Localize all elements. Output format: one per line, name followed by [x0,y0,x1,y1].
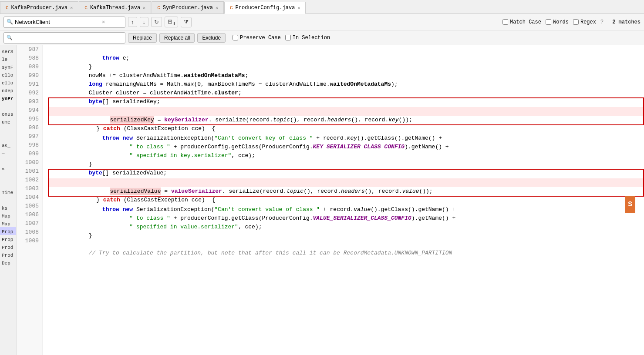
sidebar-item-6[interactable]: ynPr [0,94,16,102]
sidebar-item-4[interactable]: ello [0,78,16,86]
sidebar-item-26[interactable]: Prod [0,251,16,258]
match-block-1: try { serializedKey = keySerializer. ser… [48,97,644,125]
sidebar-item-24[interactable]: Prop [0,235,16,243]
code-line-998: " specified in key.serializer", cce); [48,143,644,151]
search-input[interactable] [15,19,102,25]
replace-input-wrap[interactable]: 🔍 [3,32,125,44]
sidebar-item-17[interactable] [0,180,16,188]
words-checkbox[interactable] [546,19,551,25]
in-selection-label: In Selection [293,35,330,41]
ln-1004: 1004 [17,193,42,202]
ln-1007: 1007 [17,219,42,228]
ln-998: 998 [17,141,42,150]
tab-close-kafka-producer[interactable]: ✕ [70,5,73,10]
code-line-991: Cluster cluster = clusterAndWaitTime.clu… [48,80,644,89]
replace-input[interactable] [14,34,115,41]
sidebar-item-10[interactable] [0,125,16,133]
sidebar-item-12[interactable]: as_ [0,141,16,149]
ln-992: 992 [17,89,42,97]
search-refresh-button[interactable]: ↻ [151,17,162,27]
ln-1002: 1002 [17,176,42,184]
words-label: Words [553,19,569,25]
search-clear-icon[interactable]: ✕ [102,19,105,25]
sidebar-item-1[interactable]: le [0,55,16,63]
match-block-2: try { serializedValue = valueSerializer.… [48,169,644,197]
help-icon[interactable]: ? [600,19,604,25]
search-toolbar: 🔍 ✕ ↑ ↓ ↻ ⊟II ⧩ Match Case Words Regex ?… [0,14,644,30]
ln-1000: 1000 [17,158,42,167]
words-option[interactable]: Words [546,19,569,25]
code-line-999: } [48,151,644,160]
sidebar-item-9[interactable]: ume [0,117,16,125]
code-line-996: throw new SerializationException("Can't … [48,125,644,134]
replace-search-icon: 🔍 [7,35,13,40]
tab-bar: C KafkaProducer.java ✕ C KafkaThread.jav… [0,0,644,14]
ln-990: 990 [17,71,42,80]
sidebar-item-22[interactable]: Map [0,219,16,227]
regex-option[interactable]: Regex [573,19,596,25]
sidebar-item-13[interactable]: — [0,149,16,157]
ln-999: 999 [17,150,42,158]
tab-close-producer-config[interactable]: ✕ [297,5,300,10]
tab-icon-syn-producer: C [157,5,160,10]
match-options: Match Case Words Regex ? 2 matches [502,19,641,25]
ln-1008: 1008 [17,228,42,237]
tab-close-kafka-thread[interactable]: ✕ [143,5,145,10]
main-layout: serS le synF ello ello ndep ynPr onus um… [0,45,644,355]
preserve-case-option[interactable]: Preserve Case [233,35,281,41]
sidebar-item-15[interactable]: » [0,164,16,172]
sidebar-item-11[interactable] [0,133,16,141]
sidebar-item-3[interactable]: ello [0,70,16,78]
code-line-1005: " to class " + producerConfig.getClass(P… [48,205,644,214]
tab-kafka-thread[interactable]: C KafkaThread.java ✕ [79,1,151,13]
ln-995: 995 [17,115,42,124]
sidebar: serS le synF ello ello ndep ynPr onus um… [0,45,17,355]
sidebar-item-14[interactable] [0,157,16,164]
regex-checkbox[interactable] [573,19,579,25]
sidebar-item-5[interactable]: ndep [0,86,16,94]
search-filter-button[interactable]: ⧩ [181,17,192,27]
ln-1005: 1005 [17,202,42,211]
ln-1009: 1009 [17,237,42,245]
sidebar-item-2[interactable]: synF [0,63,16,70]
sidebar-item-23[interactable]: Prop [0,227,16,235]
search-next-button[interactable]: ↓ [140,17,149,27]
code-line-994: serializedKey = keySerializer. serialize… [49,107,643,116]
sidebar-item-20[interactable]: ks [0,204,16,211]
tab-syn-producer[interactable]: C SynProducer.java ✕ [152,1,224,13]
search-pin-button[interactable]: ⊟II [165,17,178,28]
tab-close-syn-producer[interactable]: ✕ [216,5,218,10]
in-selection-option[interactable]: In Selection [285,35,330,41]
sidebar-item-16[interactable] [0,172,16,180]
sidebar-item-0[interactable]: serS [0,47,16,55]
code-line-988: } [48,54,644,63]
match-case-option[interactable]: Match Case [502,19,541,25]
tab-kafka-producer[interactable]: C KafkaProducer.java ✕ [0,1,78,13]
search-input-wrap[interactable]: 🔍 ✕ [3,17,125,28]
preserve-case-checkbox[interactable] [233,35,238,40]
match-case-checkbox[interactable] [502,19,508,25]
sidebar-item-8[interactable]: onus [0,110,16,117]
replace-all-button[interactable]: Replace all [159,33,195,43]
code-line-993: try { [49,98,643,107]
code-content[interactable]: throw e; } nowMs += clusterAndWaitTime.w… [43,45,644,355]
sidebar-item-19[interactable] [0,196,16,204]
sidebar-item-7[interactable] [0,102,16,110]
sonar-icon[interactable]: S [625,196,635,213]
exclude-button[interactable]: Exclude [197,33,226,43]
match-count: 2 matches [612,19,641,25]
search-prev-button[interactable]: ↑ [128,17,137,27]
replace-button[interactable]: Replace [128,33,157,43]
sidebar-item-27[interactable]: Dep [0,258,16,266]
tab-label-producer-config: ProducerConfig.java [236,5,295,11]
tab-producer-config[interactable]: C ProducerConfig.java ✕ [224,2,306,14]
sidebar-item-21[interactable]: Map [0,211,16,219]
sidebar-item-25[interactable]: Prod [0,243,16,251]
tab-icon-kafka-thread: C [84,5,88,10]
code-line-997: " to class " + producerConfig.getClass(P… [48,134,644,143]
code-line-1007: } [48,223,644,231]
regex-label: Regex [580,19,596,25]
code-area: 987 988 989 990 991 992 993 994 995 996 … [17,45,644,355]
in-selection-checkbox[interactable] [285,35,291,40]
sidebar-item-18[interactable]: Time [0,188,16,196]
